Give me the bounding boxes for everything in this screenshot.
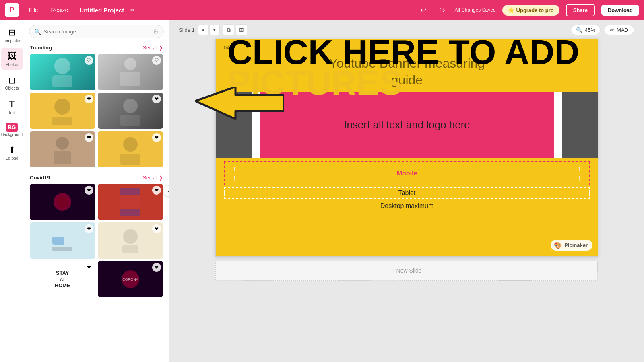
covid-heart-3[interactable]: ❤ — [85, 224, 93, 233]
covid-image-3[interactable]: ❤ — [30, 222, 95, 259]
left-sidebar: ⊞ Templates 🖼 Photos ◻ Objects T Text BG… — [0, 20, 24, 362]
mad-text: MAD — [617, 27, 628, 33]
svg-point-6 — [123, 99, 138, 113]
covid-heart-5[interactable]: ❤ — [85, 263, 93, 272]
sidebar-label-background: Background — [1, 132, 23, 137]
trending-image-6[interactable]: ❤ — [98, 131, 163, 167]
covid-title: Covid19 — [30, 175, 50, 181]
covid-image-2[interactable]: ❤ — [98, 184, 163, 220]
covid-heart-1[interactable]: ❤ — [85, 186, 93, 195]
banner-title-line1: Youtube Banner measuring — [216, 55, 598, 72]
trending-image-grid: ♡ ♡ ❤ ❤ — [24, 52, 169, 171]
upgrade-button[interactable]: ⭐ Upgrade to pro — [502, 5, 559, 16]
svg-point-4 — [54, 99, 70, 115]
redo-button[interactable]: ↪ — [436, 4, 448, 16]
templates-icon: ⊞ — [8, 27, 16, 38]
svg-rect-0 — [54, 58, 70, 74]
new-slide-button[interactable]: + New Slide — [215, 261, 598, 281]
sidebar-item-upload[interactable]: ⬆ Upload — [1, 142, 23, 164]
upgrade-label: Upgrade to pro — [516, 7, 554, 13]
upload-icon: ⬆ — [8, 145, 16, 155]
objects-icon: ◻ — [8, 75, 16, 85]
trending-see-all[interactable]: See all ❯ — [143, 45, 163, 51]
sidebar-label-text: Text — [8, 111, 15, 115]
sidebar-label-upload: Upload — [6, 156, 19, 160]
sidebar-label-photos: Photos — [6, 62, 18, 67]
saved-status: All Changes Saved — [455, 7, 496, 13]
svg-rect-7 — [120, 115, 140, 126]
svg-rect-9 — [54, 151, 71, 164]
zoom-in-icon: 🔍 — [576, 27, 582, 33]
covid-image-5[interactable]: STAYATHOME ❤ — [30, 261, 95, 297]
slide-down-button[interactable]: ▼ — [209, 25, 220, 35]
trending-image-4[interactable]: ❤ — [98, 93, 163, 129]
mobile-guide-row: ↑ ↑ Mobile ↑ ↑ — [224, 161, 590, 185]
zoom-level: 45% — [585, 27, 595, 33]
trending-section-header: Trending See all ❯ — [24, 41, 169, 52]
svg-point-19 — [123, 229, 138, 244]
heart-badge-6[interactable]: ❤ — [152, 133, 161, 142]
covid-image-6[interactable]: CORONA ❤ — [98, 261, 163, 297]
svg-point-10 — [123, 137, 138, 152]
svg-rect-15 — [120, 188, 140, 195]
canvas-area: Slide 1 ▲ ▼ ⧉ ⊞ 🔍 45% ✏ MAD — [169, 20, 644, 362]
covid-heart-2[interactable]: ❤ — [152, 186, 161, 195]
banner-insert-text: Insert all text and logo here — [344, 117, 470, 132]
share-button[interactable]: Share — [566, 4, 595, 16]
file-menu-button[interactable]: File — [26, 5, 41, 15]
tablet-label: Tablet — [233, 189, 581, 197]
slide-nav-arrows: ▲ ▼ — [198, 25, 220, 35]
heart-badge-3[interactable]: ❤ — [85, 95, 93, 103]
mad-label[interactable]: ✏ MAD — [604, 25, 634, 35]
covid-see-all[interactable]: See all ❯ — [143, 175, 163, 181]
svg-rect-17 — [52, 237, 64, 245]
sidebar-item-photos[interactable]: 🖼 Photos — [1, 48, 23, 70]
top-navigation: P File Resize Untitled Project ✏ ↩ ↪ All… — [0, 0, 644, 20]
new-slide-label: + New Slide — [391, 267, 421, 274]
slide-wrapper: CLICK HERE TO ADD PICTURES — [215, 39, 598, 257]
trending-image-1[interactable]: ♡ — [30, 54, 95, 90]
heart-badge-5[interactable]: ❤ — [85, 133, 93, 142]
mobile-label: Mobile — [397, 170, 417, 177]
sidebar-label-templates: Templates — [3, 39, 21, 43]
desktop-guide-row: Desktop maximum — [224, 201, 590, 211]
wand-icon: ✏ — [610, 27, 614, 33]
text-icon: T — [9, 99, 15, 110]
covid-image-4[interactable]: ❤ — [98, 222, 163, 259]
heart-badge-4[interactable]: ❤ — [152, 95, 161, 103]
search-bar[interactable]: 🔍 ⚙ — [29, 25, 164, 38]
svg-point-8 — [56, 137, 69, 150]
svg-rect-11 — [120, 154, 140, 165]
banner-right-white — [554, 92, 562, 158]
covid-heart-4[interactable]: ❤ — [152, 224, 161, 233]
trending-image-3[interactable]: ❤ — [30, 93, 95, 129]
heart-badge-2[interactable]: ♡ — [152, 56, 161, 65]
covid-heart-6[interactable]: ❤ — [152, 263, 161, 272]
sidebar-item-templates[interactable]: ⊞ Templates — [1, 24, 23, 46]
svg-rect-20 — [122, 245, 138, 253]
slide-number: 04 — [224, 45, 229, 51]
covid-image-grid: ❤ ❤ ❤ ❤ STAYAT — [24, 182, 169, 301]
svg-rect-3 — [120, 72, 140, 86]
sidebar-item-objects[interactable]: ◻ Objects — [1, 72, 23, 94]
trending-image-2[interactable]: ♡ — [98, 54, 163, 90]
slide-up-button[interactable]: ▲ — [198, 25, 208, 35]
zoom-control[interactable]: 🔍 45% — [571, 25, 601, 35]
download-button[interactable]: Download — [601, 5, 639, 16]
undo-button[interactable]: ↩ — [417, 4, 429, 16]
expand-slide-button[interactable]: ⊞ — [236, 24, 247, 35]
sidebar-item-background[interactable]: BG Background — [1, 120, 23, 140]
sidebar-item-text[interactable]: T Text — [1, 95, 23, 118]
trending-image-5[interactable]: ❤ — [30, 131, 95, 167]
covid-image-1[interactable]: ❤ — [30, 184, 95, 220]
slide-canvas[interactable]: 04 Youtube Banner measuring guide Insert… — [215, 39, 598, 257]
copy-slide-button[interactable]: ⧉ — [223, 24, 234, 35]
resize-button[interactable]: Resize — [48, 5, 72, 15]
search-input[interactable] — [43, 29, 153, 35]
filter-icon[interactable]: ⚙ — [153, 28, 159, 35]
heart-badge-1[interactable]: ♡ — [85, 56, 93, 65]
picmaker-logo: 🎨 — [554, 241, 562, 249]
edit-title-icon[interactable]: ✏ — [130, 7, 135, 13]
picmaker-badge: 🎨 Picmaker — [551, 240, 592, 251]
main-layout: ⊞ Templates 🖼 Photos ◻ Objects T Text BG… — [0, 20, 644, 362]
